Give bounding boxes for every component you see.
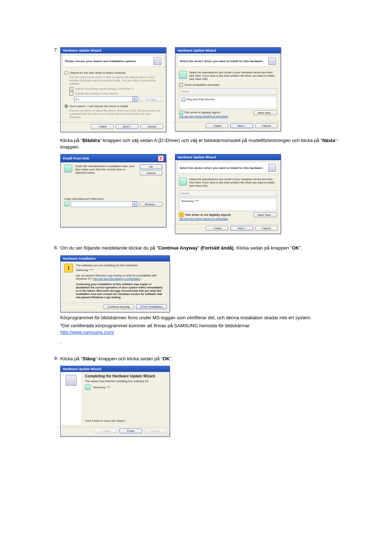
check-include-location	[69, 92, 73, 96]
disk-icon	[179, 71, 187, 79]
back-button: < Back	[95, 429, 117, 433]
wizard-icon	[268, 164, 276, 172]
path-select[interactable]: ▾	[71, 201, 138, 207]
finish-button[interactable]: Finish	[119, 429, 142, 433]
back-button[interactable]: < Back	[91, 124, 114, 129]
step-number: 7.	[47, 47, 60, 234]
check-removable	[69, 87, 73, 91]
wizard-icon	[154, 57, 162, 65]
drive-icon	[64, 202, 69, 207]
model-header: Model	[179, 88, 277, 94]
warning-icon: !	[64, 264, 73, 272]
dialog-heading: Select the device driver you want to ins…	[180, 60, 264, 63]
radio-dont-search[interactable]	[64, 104, 68, 108]
cancel-button[interactable]: Cancel	[140, 171, 162, 175]
dialog-title: Hardware Installation	[63, 257, 96, 260]
link-why-signing[interactable]: Tell me why driver signing is important	[179, 217, 231, 220]
samsung-link[interactable]: http://www.samsung.com/	[60, 329, 114, 335]
cancel-button[interactable]: Cancel	[255, 123, 278, 128]
dialog-completing-wizard: Hardware Update Wizard Completing the Ha…	[60, 366, 170, 437]
dialog-title: Hardware Update Wizard	[63, 49, 101, 52]
cert-icon	[179, 110, 183, 115]
back-button[interactable]: < Back	[206, 226, 228, 231]
have-disk-button[interactable]: Have Disk...	[253, 212, 277, 217]
browse-button[interactable]: Browse...	[140, 202, 162, 207]
link-why-signing[interactable]: Tell me why driver signing is important	[179, 115, 228, 118]
chevron-down-icon: ▾	[132, 97, 137, 102]
disk-icon	[179, 178, 187, 186]
wizard-icon	[268, 57, 276, 65]
model-value: Plug and Play Monitor	[186, 98, 215, 101]
link-why-testing[interactable]: Tell me why this testing is important.	[93, 277, 140, 280]
next-button[interactable]: Next >	[230, 226, 253, 231]
dialog-title: Install From Disk	[63, 157, 89, 160]
next-button[interactable]: Next >	[230, 123, 253, 128]
dialog-select-driver-signed: Hardware Update Wizard Select the device…	[175, 47, 281, 131]
model-value: Samsung ****	[179, 198, 277, 211]
stop-installation-button[interactable]: STOP Installation	[136, 304, 167, 309]
have-disk-button[interactable]: Have Disk...	[253, 110, 277, 115]
model-header: Model	[179, 190, 277, 197]
step-number: 8.	[47, 245, 60, 345]
ok-button[interactable]: OK	[140, 165, 162, 169]
warning-icon: !	[179, 212, 184, 217]
copy-from-label: Copy manufacturer's files from:	[64, 197, 162, 200]
monitor-icon	[85, 384, 91, 390]
dialog-hardware-installation: Hardware Installation ! The software you…	[60, 255, 170, 312]
continue-anyway-button[interactable]: Continue Anyway	[103, 304, 134, 309]
disk-icon	[64, 165, 72, 173]
radio-search-best[interactable]	[64, 71, 68, 75]
step-9: 9. Klicka på "Stäng"-knappen och klicka …	[47, 356, 345, 437]
chevron-down-icon: ▾	[132, 202, 137, 207]
browse-button: Browse	[140, 97, 162, 102]
step-number: 9.	[47, 356, 60, 437]
wizard-icon	[66, 375, 77, 386]
step-7: 7. Hardware Update Wizard Please choose …	[47, 47, 345, 234]
dialog-title: Hardware Update Wizard	[63, 367, 101, 371]
dialog-search-options: Hardware Update Wizard Please choose you…	[60, 47, 166, 132]
dialog-heading: Please choose your search and installati…	[65, 60, 136, 63]
cancel-button[interactable]: Cancel	[255, 226, 278, 231]
monitor-icon	[181, 97, 185, 102]
completing-heading: Completing the Hardware Update Wizard	[85, 374, 167, 378]
dialog-select-driver-unsigned: Hardware Update Wizard Select the device…	[175, 154, 281, 234]
back-button[interactable]: < Back	[206, 123, 228, 128]
check-show-compatible[interactable]	[179, 83, 183, 87]
step-8: 8. Om du ser följande meddelande klickar…	[47, 245, 345, 345]
dialog-heading: Select the device driver you want to ins…	[180, 166, 264, 170]
dialog-title: Hardware Update Wizard	[177, 49, 216, 52]
dialog-title: Hardware Update Wizard	[177, 155, 216, 159]
next-button[interactable]: Next >	[116, 124, 138, 129]
cancel-button[interactable]: Cancel	[140, 124, 163, 129]
dialog-install-from-disk: Install From Disk X Insert the manufactu…	[60, 154, 166, 227]
cancel-button: Cancel	[144, 429, 167, 433]
close-icon[interactable]: X	[158, 155, 164, 161]
